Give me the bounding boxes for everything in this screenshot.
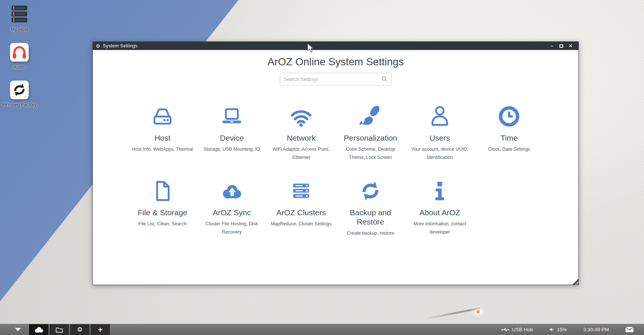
headphones-icon xyxy=(10,42,29,62)
window-controls: – ✕ xyxy=(549,44,575,48)
tile-title: Host xyxy=(154,133,170,143)
user-icon xyxy=(428,104,451,129)
info-icon xyxy=(428,179,451,203)
tile-personalization[interactable]: Personalization Color Scheme, Desktop Th… xyxy=(336,104,405,162)
window-title: System Settings xyxy=(103,43,138,48)
minimize-button[interactable]: – xyxy=(549,44,555,48)
plus-icon: + xyxy=(98,326,102,334)
tile-subtitle: Clock, Date Settings xyxy=(485,145,533,153)
tile-title: File & Storage xyxy=(138,208,187,217)
tile-subtitle: Create backup, restore xyxy=(344,229,397,237)
tile-subtitle: Host Info, WebApps, Thermal xyxy=(129,145,196,153)
usb-label: USB Hub xyxy=(512,327,533,332)
usb-icon xyxy=(501,328,509,332)
tile-row-1: Host Host Info, WebApps, Thermal Device … xyxy=(128,104,578,162)
system-tray: USB Hub 15% 3:30:49 PM xyxy=(501,327,644,332)
search-icon xyxy=(382,76,388,82)
tile-title: ArOZ Clusters xyxy=(276,208,326,217)
tile-title: Personalization xyxy=(344,133,397,143)
tile-backup-restore[interactable]: Backup and Restore Create backup, restor… xyxy=(336,179,405,237)
taskbar-button-desktop[interactable] xyxy=(29,324,48,335)
desktop-icon-audio[interactable]: Audio xyxy=(2,42,37,70)
server-rack-icon xyxy=(290,179,313,203)
recycle-arrows-icon xyxy=(10,80,29,99)
cloud-icon xyxy=(34,326,44,333)
tile-about-aroz[interactable]: About ArOZ More information, contact dev… xyxy=(405,179,474,237)
desktop-icon-ffmpeg-factory[interactable]: FFmpeg Factory xyxy=(2,80,37,108)
system-settings-window: ⚙ System Settings – ✕ ArOZ Online System… xyxy=(92,41,579,285)
maximize-button[interactable] xyxy=(559,44,563,48)
tile-aroz-sync[interactable]: ArOZ Sync Cluster File Hosting, Disk Rec… xyxy=(197,179,266,237)
gear-icon: ⚙ xyxy=(96,44,100,48)
tile-network[interactable]: Network WiFi Adaptor, Access Point, Ethe… xyxy=(266,104,336,162)
tile-subtitle: Your account, device UUID, Identificatio… xyxy=(405,145,474,162)
page-title: ArOZ Online System Settings xyxy=(93,56,578,68)
tile-title: Network xyxy=(287,133,315,143)
tile-row-2: File & Storage File List, Clean, Search xyxy=(128,179,578,237)
taskbar-button-files[interactable] xyxy=(50,324,69,335)
close-button[interactable]: ✕ xyxy=(568,44,573,48)
settings-content: ArOZ Online System Settings xyxy=(93,50,578,285)
desktop-icon-list: My Host Audio FFm xyxy=(2,4,37,118)
search-input[interactable] xyxy=(284,76,382,82)
volume-label: 15% xyxy=(557,327,567,332)
paintbrush-icon xyxy=(359,104,382,129)
desktop-icon-label: FFmpeg Factory xyxy=(2,102,37,108)
clock[interactable]: 3:30:49 PM xyxy=(583,327,609,332)
tile-subtitle: More information, contact developer xyxy=(405,220,474,236)
tile-host[interactable]: Host Host Info, WebApps, Thermal xyxy=(128,104,197,162)
clock-icon xyxy=(498,104,521,129)
folder-icon xyxy=(56,327,63,333)
tile-subtitle: Color Scheme, Desktop Theme, Lock Screen xyxy=(336,145,405,162)
messages[interactable] xyxy=(625,327,634,332)
tile-subtitle: WiFi Adaptor, Access Point, Ethernet xyxy=(266,145,336,162)
tile-subtitle: File List, Clean, Search xyxy=(135,220,189,228)
wifi-icon xyxy=(289,104,313,129)
tile-title: Users xyxy=(430,133,450,143)
tile-subtitle: Cluster File Hosting, Disk Recovery xyxy=(197,220,266,236)
tile-title: ArOZ Sync xyxy=(213,208,251,217)
envelope-icon xyxy=(625,327,634,332)
tile-aroz-clusters[interactable]: ArOZ Clusters MapReduce, Cluster Setting… xyxy=(266,179,336,237)
tile-users[interactable]: Users Your account, device UUID, Identif… xyxy=(405,104,474,162)
desktop-icon-label: Audio xyxy=(13,65,25,70)
tile-subtitle: Storage, USB Mounting, IO xyxy=(201,145,263,153)
usb-status[interactable]: USB Hub xyxy=(501,327,533,332)
tile-time[interactable]: Time Clock, Date Settings xyxy=(474,104,544,162)
sync-arrows-icon xyxy=(359,179,382,203)
taskbar-launcher: ⚙ + xyxy=(29,324,110,335)
tile-title: Time xyxy=(501,133,518,143)
tile-title: About ArOZ xyxy=(419,208,460,217)
file-icon xyxy=(151,179,174,203)
tile-title: Backup and Restore xyxy=(342,208,398,226)
window-resize-handle[interactable] xyxy=(572,279,578,285)
taskbar-button-settings[interactable]: ⚙ xyxy=(70,324,89,335)
server-stack-icon xyxy=(10,4,28,24)
speaker-icon xyxy=(549,327,554,332)
tile-device[interactable]: Device Storage, USB Mounting, IO xyxy=(197,104,266,162)
tile-file-storage[interactable]: File & Storage File List, Clean, Search xyxy=(128,179,197,237)
laptop-icon xyxy=(220,104,243,129)
gear-icon: ⚙ xyxy=(77,326,82,333)
tile-title: Device xyxy=(220,133,244,143)
desktop-icon-label: My Host xyxy=(11,27,28,32)
taskbar-button-add[interactable]: + xyxy=(91,324,110,335)
volume-status[interactable]: 15% xyxy=(549,327,567,332)
taskbar: ⚙ + USB Hub 15% 3: xyxy=(0,324,644,335)
clock-label: 3:30:49 PM xyxy=(583,327,609,332)
search-box xyxy=(280,73,392,85)
desktop-icon-my-host[interactable]: My Host xyxy=(2,4,37,32)
cloud-upload-icon xyxy=(220,179,244,203)
harddrive-icon xyxy=(151,104,174,129)
tile-subtitle: MapReduce, Cluster Settings xyxy=(268,220,335,228)
chevron-down-icon[interactable] xyxy=(15,328,21,331)
window-titlebar[interactable]: ⚙ System Settings – ✕ xyxy=(93,42,578,50)
wallpaper-nail xyxy=(476,310,480,313)
